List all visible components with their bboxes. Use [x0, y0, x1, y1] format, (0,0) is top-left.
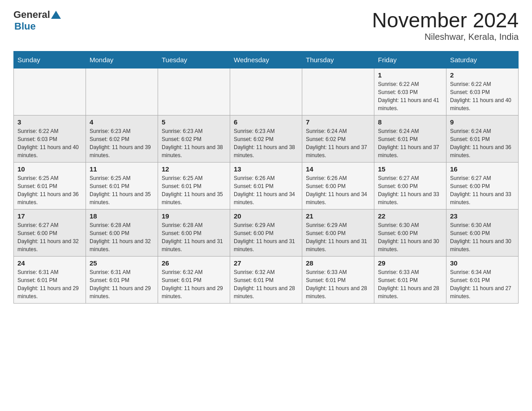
day-info: Sunrise: 6:22 AM Sunset: 6:03 PM Dayligh… [450, 80, 515, 112]
day-number: 24 [17, 259, 82, 267]
day-number: 17 [17, 212, 82, 220]
day-number: 20 [234, 212, 298, 220]
day-of-week-header: Monday [86, 51, 158, 68]
calendar-cell: 12Sunrise: 6:25 AM Sunset: 6:01 PM Dayli… [158, 162, 230, 209]
day-info: Sunrise: 6:32 AM Sunset: 6:01 PM Dayligh… [234, 268, 298, 300]
day-number: 29 [378, 259, 442, 267]
page-header: General Blue November 2024 Nileshwar, Ke… [13, 9, 519, 42]
day-info: Sunrise: 6:24 AM Sunset: 6:01 PM Dayligh… [450, 127, 515, 159]
day-info: Sunrise: 6:24 AM Sunset: 6:01 PM Dayligh… [378, 127, 442, 159]
calendar-cell: 2Sunrise: 6:22 AM Sunset: 6:03 PM Daylig… [446, 68, 519, 115]
calendar-week-row: 1Sunrise: 6:22 AM Sunset: 6:03 PM Daylig… [14, 68, 519, 115]
calendar-cell: 22Sunrise: 6:30 AM Sunset: 6:00 PM Dayli… [374, 209, 446, 256]
calendar-cell: 25Sunrise: 6:31 AM Sunset: 6:01 PM Dayli… [86, 256, 158, 303]
day-info: Sunrise: 6:26 AM Sunset: 6:01 PM Dayligh… [234, 174, 298, 206]
day-info: Sunrise: 6:25 AM Sunset: 6:01 PM Dayligh… [17, 174, 82, 206]
logo-general-text: General [13, 9, 50, 21]
day-number: 9 [450, 118, 515, 126]
day-of-week-header: Tuesday [158, 51, 230, 68]
day-number: 6 [234, 118, 298, 126]
day-number: 4 [90, 118, 154, 126]
calendar-cell: 7Sunrise: 6:24 AM Sunset: 6:02 PM Daylig… [302, 115, 374, 162]
day-info: Sunrise: 6:22 AM Sunset: 6:03 PM Dayligh… [378, 80, 442, 112]
calendar-cell: 27Sunrise: 6:32 AM Sunset: 6:01 PM Dayli… [230, 256, 302, 303]
logo-blue-text: Blue [14, 21, 36, 32]
logo-triangle-icon [51, 10, 61, 20]
day-number: 30 [450, 259, 515, 267]
calendar-cell: 16Sunrise: 6:27 AM Sunset: 6:00 PM Dayli… [446, 162, 519, 209]
calendar-cell: 30Sunrise: 6:34 AM Sunset: 6:01 PM Dayli… [446, 256, 519, 303]
calendar-cell: 4Sunrise: 6:23 AM Sunset: 6:02 PM Daylig… [86, 115, 158, 162]
day-number: 25 [90, 259, 154, 267]
calendar-cell: 29Sunrise: 6:33 AM Sunset: 6:01 PM Dayli… [374, 256, 446, 303]
calendar-cell: 20Sunrise: 6:29 AM Sunset: 6:00 PM Dayli… [230, 209, 302, 256]
day-number: 7 [306, 118, 370, 126]
calendar-week-row: 17Sunrise: 6:27 AM Sunset: 6:00 PM Dayli… [14, 209, 519, 256]
day-of-week-header: Sunday [14, 51, 86, 68]
calendar-cell: 18Sunrise: 6:28 AM Sunset: 6:00 PM Dayli… [86, 209, 158, 256]
day-info: Sunrise: 6:22 AM Sunset: 6:03 PM Dayligh… [17, 127, 82, 159]
calendar-cell: 8Sunrise: 6:24 AM Sunset: 6:01 PM Daylig… [374, 115, 446, 162]
day-info: Sunrise: 6:30 AM Sunset: 6:00 PM Dayligh… [450, 221, 515, 253]
logo: General Blue [13, 9, 61, 32]
calendar-cell: 17Sunrise: 6:27 AM Sunset: 6:00 PM Dayli… [14, 209, 86, 256]
day-info: Sunrise: 6:28 AM Sunset: 6:00 PM Dayligh… [162, 221, 226, 253]
day-number: 16 [450, 165, 515, 173]
calendar-body: 1Sunrise: 6:22 AM Sunset: 6:03 PM Daylig… [14, 68, 519, 303]
calendar-cell: 24Sunrise: 6:31 AM Sunset: 6:01 PM Dayli… [14, 256, 86, 303]
day-info: Sunrise: 6:27 AM Sunset: 6:00 PM Dayligh… [17, 221, 82, 253]
day-info: Sunrise: 6:27 AM Sunset: 6:00 PM Dayligh… [450, 174, 515, 206]
calendar-cell [14, 68, 86, 115]
page-subtitle: Nileshwar, Kerala, India [372, 32, 519, 42]
day-number: 11 [90, 165, 154, 173]
day-number: 8 [378, 118, 442, 126]
day-info: Sunrise: 6:29 AM Sunset: 6:00 PM Dayligh… [234, 221, 298, 253]
calendar-header: SundayMondayTuesdayWednesdayThursdayFrid… [14, 51, 519, 68]
calendar-cell [302, 68, 374, 115]
day-number: 15 [378, 165, 442, 173]
calendar-week-row: 10Sunrise: 6:25 AM Sunset: 6:01 PM Dayli… [14, 162, 519, 209]
day-of-week-header: Friday [374, 51, 446, 68]
day-info: Sunrise: 6:31 AM Sunset: 6:01 PM Dayligh… [90, 268, 154, 300]
calendar-cell: 13Sunrise: 6:26 AM Sunset: 6:01 PM Dayli… [230, 162, 302, 209]
day-info: Sunrise: 6:26 AM Sunset: 6:00 PM Dayligh… [306, 174, 370, 206]
day-number: 19 [162, 212, 226, 220]
day-info: Sunrise: 6:23 AM Sunset: 6:02 PM Dayligh… [90, 127, 154, 159]
day-number: 13 [234, 165, 298, 173]
calendar-cell: 19Sunrise: 6:28 AM Sunset: 6:00 PM Dayli… [158, 209, 230, 256]
day-info: Sunrise: 6:31 AM Sunset: 6:01 PM Dayligh… [17, 268, 82, 300]
calendar-cell: 14Sunrise: 6:26 AM Sunset: 6:00 PM Dayli… [302, 162, 374, 209]
calendar-cell: 15Sunrise: 6:27 AM Sunset: 6:00 PM Dayli… [374, 162, 446, 209]
day-number: 22 [378, 212, 442, 220]
day-info: Sunrise: 6:24 AM Sunset: 6:02 PM Dayligh… [306, 127, 370, 159]
day-info: Sunrise: 6:27 AM Sunset: 6:00 PM Dayligh… [378, 174, 442, 206]
day-info: Sunrise: 6:23 AM Sunset: 6:02 PM Dayligh… [234, 127, 298, 159]
day-info: Sunrise: 6:23 AM Sunset: 6:02 PM Dayligh… [162, 127, 226, 159]
day-number: 3 [17, 118, 82, 126]
day-number: 21 [306, 212, 370, 220]
calendar-cell: 5Sunrise: 6:23 AM Sunset: 6:02 PM Daylig… [158, 115, 230, 162]
day-number: 1 [378, 71, 442, 79]
day-info: Sunrise: 6:28 AM Sunset: 6:00 PM Dayligh… [90, 221, 154, 253]
calendar-cell: 9Sunrise: 6:24 AM Sunset: 6:01 PM Daylig… [446, 115, 519, 162]
calendar-cell: 10Sunrise: 6:25 AM Sunset: 6:01 PM Dayli… [14, 162, 86, 209]
day-number: 14 [306, 165, 370, 173]
day-number: 5 [162, 118, 226, 126]
day-of-week-header: Saturday [446, 51, 519, 68]
svg-marker-0 [51, 11, 61, 19]
day-of-week-header: Wednesday [230, 51, 302, 68]
calendar-week-row: 3Sunrise: 6:22 AM Sunset: 6:03 PM Daylig… [14, 115, 519, 162]
calendar-cell: 23Sunrise: 6:30 AM Sunset: 6:00 PM Dayli… [446, 209, 519, 256]
day-info: Sunrise: 6:33 AM Sunset: 6:01 PM Dayligh… [306, 268, 370, 300]
calendar-cell [158, 68, 230, 115]
calendar-cell: 6Sunrise: 6:23 AM Sunset: 6:02 PM Daylig… [230, 115, 302, 162]
day-number: 2 [450, 71, 515, 79]
calendar-cell: 21Sunrise: 6:29 AM Sunset: 6:00 PM Dayli… [302, 209, 374, 256]
day-info: Sunrise: 6:33 AM Sunset: 6:01 PM Dayligh… [378, 268, 442, 300]
calendar-cell: 11Sunrise: 6:25 AM Sunset: 6:01 PM Dayli… [86, 162, 158, 209]
days-of-week-row: SundayMondayTuesdayWednesdayThursdayFrid… [14, 51, 519, 68]
day-number: 28 [306, 259, 370, 267]
calendar-week-row: 24Sunrise: 6:31 AM Sunset: 6:01 PM Dayli… [14, 256, 519, 303]
day-of-week-header: Thursday [302, 51, 374, 68]
day-info: Sunrise: 6:30 AM Sunset: 6:00 PM Dayligh… [378, 221, 442, 253]
